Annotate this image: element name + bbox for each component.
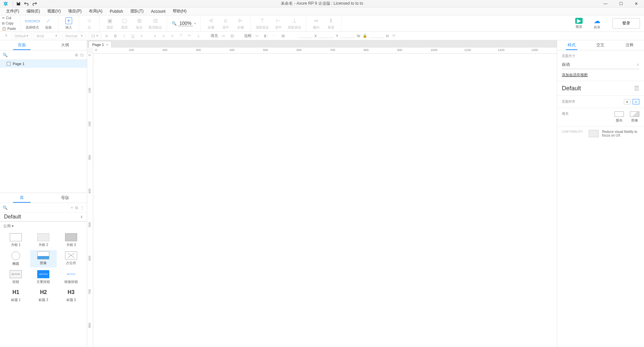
lib-search-input[interactable] xyxy=(10,205,69,210)
widget-item[interactable]: 图像 xyxy=(30,250,56,267)
align-bottom-button[interactable]: ⊥底部居右 xyxy=(286,16,303,31)
y-input[interactable] xyxy=(319,34,334,38)
lofi-toggle[interactable] xyxy=(589,130,599,137)
fill-color-icon[interactable]: ▭ xyxy=(220,33,227,39)
insert-button[interactable]: +插入 xyxy=(61,16,76,31)
align-center-button[interactable]: ⫼居中 xyxy=(218,16,233,31)
weight-selector[interactable]: Normal▾ xyxy=(62,33,86,39)
tab-library[interactable]: 库 xyxy=(0,193,44,203)
add-lib-icon[interactable]: + xyxy=(71,205,73,210)
add-folder-icon[interactable]: 🗀 xyxy=(80,53,84,57)
dist-v-button[interactable]: ⇕垂直 xyxy=(324,16,338,31)
menu-project[interactable]: 项目(P) xyxy=(65,7,85,15)
ungroup-button[interactable]: ⊟取消组合 xyxy=(147,16,164,31)
widget-item[interactable]: BUTTON按钮 xyxy=(3,269,29,286)
widget-item[interactable]: H1标题 1 xyxy=(3,287,29,304)
tab-style[interactable]: 样式 xyxy=(557,40,586,50)
widget-item[interactable]: 方框 3 xyxy=(58,232,84,249)
tab-masters[interactable]: 母版 xyxy=(44,193,87,203)
menu-account[interactable]: Account xyxy=(148,8,169,15)
fill-image-icon[interactable]: ▨ xyxy=(229,33,235,39)
connect-button[interactable]: ⟋连接 xyxy=(41,16,56,31)
maximize-button[interactable]: ☐ xyxy=(613,0,629,7)
tab-interactions[interactable]: 交互 xyxy=(586,40,615,50)
close-button[interactable]: ✕ xyxy=(629,0,644,7)
halign-right-icon[interactable]: ≡ xyxy=(169,33,176,39)
page-align-left[interactable]: ≡ xyxy=(624,99,631,104)
size-selector[interactable]: 13▾ xyxy=(88,33,101,39)
align-left-button[interactable]: ⫷左侧 xyxy=(204,16,218,31)
group-button[interactable]: ⊞组合 xyxy=(132,16,147,31)
halign-center-icon[interactable]: ≡ xyxy=(160,33,167,39)
border-vis-icon[interactable]: ▦ xyxy=(280,33,286,39)
zoom-value[interactable]: 100% xyxy=(178,20,193,26)
w-input[interactable] xyxy=(340,34,356,38)
halign-left-icon[interactable]: ≡ xyxy=(152,33,158,39)
add-page-icon[interactable]: ⊕ xyxy=(75,53,78,57)
widget-item[interactable]: BUTTON链接按钮 xyxy=(58,269,84,286)
copy-button[interactable]: ⧉Copy xyxy=(0,21,20,26)
menu-view[interactable]: 视图(V) xyxy=(44,7,64,15)
widget-item[interactable]: 方框 1 xyxy=(3,232,29,249)
widget-item[interactable]: 椭圆 xyxy=(3,250,29,267)
widget-item[interactable]: 方框 2 xyxy=(30,232,56,249)
widget-item[interactable]: H3标题 3 xyxy=(58,287,84,304)
border-color-icon[interactable]: ◧ xyxy=(262,33,269,39)
align-middle-button[interactable]: ⊢居中 xyxy=(271,16,286,31)
paste-button[interactable]: 📋Paste xyxy=(0,26,20,31)
save-icon[interactable] xyxy=(14,0,22,7)
close-tab-icon[interactable]: × xyxy=(106,43,108,47)
widget-item[interactable]: H2标题 2 xyxy=(30,287,56,304)
share-button[interactable]: ☁共享 xyxy=(590,16,604,31)
widget-item[interactable]: BUTTON主要按钮 xyxy=(30,269,56,286)
zoom-control[interactable]: 🔍 100% ▾ xyxy=(167,15,201,31)
menu-help[interactable]: 帮助(H) xyxy=(169,7,190,15)
paint-format-icon[interactable]: ✎ xyxy=(3,33,9,39)
pages-search-input[interactable] xyxy=(10,53,73,57)
h-input[interactable] xyxy=(369,34,384,38)
tab-notes[interactable]: 注释 xyxy=(615,40,644,50)
point-button[interactable]: ⊹点 xyxy=(82,16,97,31)
tab-pages[interactable]: 页面 xyxy=(0,40,44,50)
send-back-button[interactable]: ▢底层 xyxy=(117,16,132,31)
valign-top-icon[interactable]: ⊤ xyxy=(178,33,184,39)
dist-h-button[interactable]: ⇔横向 xyxy=(309,16,324,31)
page-item[interactable]: Page 1 xyxy=(0,60,87,68)
align-top-button[interactable]: ⊤顶部居左 xyxy=(254,16,271,31)
valign-mid-icon[interactable]: ⊢ xyxy=(186,33,193,39)
menu-file[interactable]: 文件(F) xyxy=(3,7,22,15)
fill-color-option[interactable]: 颜色 xyxy=(614,111,624,123)
dimension-select[interactable]: 自动 ⇕ xyxy=(562,60,639,69)
lib-options-icon[interactable]: ⧉ xyxy=(75,205,78,210)
menu-publish[interactable]: Publish xyxy=(106,8,126,15)
italic-icon[interactable]: I xyxy=(121,33,127,39)
x-input[interactable] xyxy=(297,34,313,38)
lock-icon[interactable]: 🔒 xyxy=(362,33,368,39)
canvas-sheet[interactable] xyxy=(93,54,557,347)
bullets-icon[interactable]: ≡ xyxy=(138,33,145,39)
login-button[interactable]: 登录 xyxy=(612,18,640,29)
page-align-center[interactable]: ≡ xyxy=(633,99,639,104)
lib-menu-icon[interactable]: ⋮ xyxy=(80,205,84,210)
fill-image-option[interactable]: 图像 xyxy=(630,111,639,123)
bring-front-button[interactable]: ▣顶层 xyxy=(102,16,117,31)
align-right-button[interactable]: ⫸右侧 xyxy=(233,16,248,31)
bold-icon[interactable]: B xyxy=(112,33,119,39)
tab-outline[interactable]: 大纲 xyxy=(44,40,87,50)
font-selector[interactable]: Arial▾ xyxy=(34,33,60,39)
menu-team[interactable]: 团队(T) xyxy=(127,7,147,15)
valign-bot-icon[interactable]: ⊥ xyxy=(195,33,202,39)
menu-arrange[interactable]: 布局(A) xyxy=(86,7,106,15)
rotate-icon[interactable]: ⟳ xyxy=(390,33,397,39)
underline-icon[interactable]: U xyxy=(129,33,136,39)
minimize-button[interactable]: ― xyxy=(598,0,613,7)
style-selector[interactable]: Default▾ xyxy=(11,33,32,39)
undo-icon[interactable] xyxy=(22,0,31,7)
select-mode-button[interactable]: ▭▭▭选择模式 xyxy=(23,16,41,31)
library-selector[interactable]: Default ⇕ xyxy=(0,212,87,221)
ruler-horizontal[interactable]: 0100200300400500600700800900100011001200… xyxy=(93,48,557,54)
cut-button[interactable]: ✂Cut xyxy=(0,15,20,21)
redo-icon[interactable] xyxy=(31,0,39,7)
document-tab[interactable]: Page 1 × xyxy=(89,41,112,48)
border-width-icon[interactable]: ▭ xyxy=(254,33,260,39)
